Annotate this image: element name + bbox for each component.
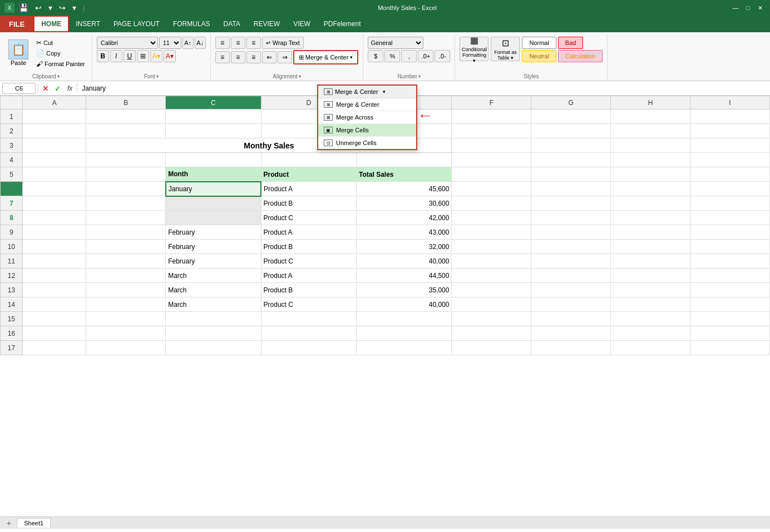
merge-dropdown-arrow-icon[interactable]: ▾ (350, 54, 353, 60)
cell-b6[interactable] (86, 182, 166, 196)
cell-e11[interactable]: 40,000 (357, 254, 452, 269)
cell-a11[interactable] (23, 254, 86, 269)
formula-input[interactable]: January (80, 83, 768, 94)
cell-h12[interactable] (611, 269, 690, 283)
align-top-left-button[interactable]: ≡ (215, 37, 230, 49)
merge-center-dropdown-header[interactable]: ⊞ Merge & Center ▾ (318, 86, 416, 98)
cell-f1[interactable] (452, 110, 531, 124)
cell-i16[interactable] (690, 326, 770, 341)
cell-f9[interactable] (452, 225, 531, 240)
cell-h5[interactable] (611, 167, 690, 182)
cell-i4[interactable] (690, 153, 770, 167)
cell-a17[interactable] (23, 341, 86, 355)
cell-c8[interactable] (166, 211, 261, 225)
cell-g15[interactable] (531, 312, 611, 326)
cell-g7[interactable] (531, 196, 611, 211)
cell-i10[interactable] (690, 240, 770, 254)
confirm-formula-button[interactable]: ✓ (53, 84, 63, 93)
cell-f6[interactable] (452, 182, 531, 196)
cell-b4[interactable] (86, 153, 166, 167)
cell-c15[interactable] (166, 312, 261, 326)
clipboard-expand-icon[interactable]: ▾ (57, 74, 60, 79)
cell-i2[interactable] (690, 124, 770, 138)
cell-i8[interactable] (690, 211, 770, 225)
cell-d7[interactable]: Product B (261, 196, 356, 211)
wrap-text-button[interactable]: ↵ Wrap Text (262, 37, 304, 49)
col-header-f[interactable]: F (452, 96, 531, 110)
cell-g1[interactable] (531, 110, 611, 124)
col-header-g[interactable]: G (531, 96, 611, 110)
cell-a13[interactable] (23, 283, 86, 297)
menu-file[interactable]: FILE (0, 16, 33, 32)
cell-e12[interactable]: 44,500 (357, 269, 452, 283)
cell-g6[interactable] (531, 182, 611, 196)
cell-g4[interactable] (531, 153, 611, 167)
cell-b1[interactable] (86, 110, 166, 124)
bold-button[interactable]: B (97, 50, 109, 62)
cell-b11[interactable] (86, 254, 166, 269)
cell-b10[interactable] (86, 240, 166, 254)
number-format-select[interactable]: General (368, 37, 423, 49)
cell-g10[interactable] (531, 240, 611, 254)
cell-g11[interactable] (531, 254, 611, 269)
cell-h2[interactable] (611, 124, 690, 138)
col-header-c[interactable]: C (166, 96, 261, 110)
redo-button[interactable]: ↪ (57, 2, 68, 13)
cell-c5[interactable]: Month (166, 167, 261, 182)
font-color-button[interactable]: A▾ (164, 50, 176, 62)
cell-b2[interactable] (86, 124, 166, 138)
menu-pdfelement[interactable]: PDFelement (317, 16, 368, 32)
cell-b16[interactable] (86, 326, 166, 341)
cell-a10[interactable] (23, 240, 86, 254)
cell-e4[interactable] (357, 153, 452, 167)
cell-i15[interactable] (690, 312, 770, 326)
increase-font-size-button[interactable]: A↑ (182, 37, 194, 49)
cell-g14[interactable] (531, 297, 611, 312)
number-expand-icon[interactable]: ▾ (418, 74, 421, 79)
merge-across-item[interactable]: ⊠ Merge Across (318, 111, 416, 124)
cell-e15[interactable] (357, 312, 452, 326)
cell-a3[interactable] (23, 138, 86, 153)
cell-f14[interactable] (452, 297, 531, 312)
cell-h15[interactable] (611, 312, 690, 326)
copy-button[interactable]: 📄 Copy (34, 48, 87, 58)
unmerge-cells-item[interactable]: ⊡ Unmerge Cells (318, 137, 416, 149)
decrease-decimal-button[interactable]: .0- (435, 50, 450, 62)
cell-c2[interactable] (166, 124, 261, 138)
cell-f11[interactable] (452, 254, 531, 269)
align-top-center-button[interactable]: ≡ (231, 37, 245, 49)
cell-i11[interactable] (690, 254, 770, 269)
menu-view[interactable]: VIEW (287, 16, 317, 32)
cell-h16[interactable] (611, 326, 690, 341)
menu-formulas[interactable]: FORMULAS (166, 16, 217, 32)
add-sheet-button[interactable]: + (2, 518, 16, 529)
col-header-h[interactable]: H (611, 96, 690, 110)
increase-decimal-button[interactable]: .0+ (418, 50, 433, 62)
font-size-select[interactable]: 11 (159, 37, 181, 49)
cell-g9[interactable] (531, 225, 611, 240)
cell-d6[interactable]: Product A (261, 182, 356, 196)
conditional-formatting-button[interactable]: ▦ ConditionalFormatting ▾ (460, 37, 488, 61)
cell-c13[interactable]: March (166, 283, 261, 297)
cell-c1[interactable] (166, 110, 261, 124)
close-button[interactable]: ✕ (754, 3, 766, 12)
paste-button[interactable]: 📋 Paste (4, 37, 32, 69)
maximize-button[interactable]: □ (742, 3, 753, 12)
menu-page-layout[interactable]: PAGE LAYOUT (107, 16, 166, 32)
cell-e5[interactable]: Total Sales (357, 167, 452, 182)
cell-a8[interactable] (23, 211, 86, 225)
cell-f7[interactable] (452, 196, 531, 211)
cell-f2[interactable] (452, 124, 531, 138)
align-top-right-button[interactable]: ≡ (246, 37, 261, 49)
cell-d16[interactable] (261, 326, 356, 341)
style-bad-button[interactable]: Bad (558, 37, 584, 49)
fill-color-button[interactable]: A▾ (150, 50, 162, 62)
cell-f17[interactable] (452, 341, 531, 355)
cell-i14[interactable] (690, 297, 770, 312)
cell-e14[interactable]: 40,000 (357, 297, 452, 312)
cell-d8[interactable]: Product C (261, 211, 356, 225)
cell-d17[interactable] (261, 341, 356, 355)
cell-a15[interactable] (23, 312, 86, 326)
cell-h13[interactable] (611, 283, 690, 297)
cell-b7[interactable] (86, 196, 166, 211)
